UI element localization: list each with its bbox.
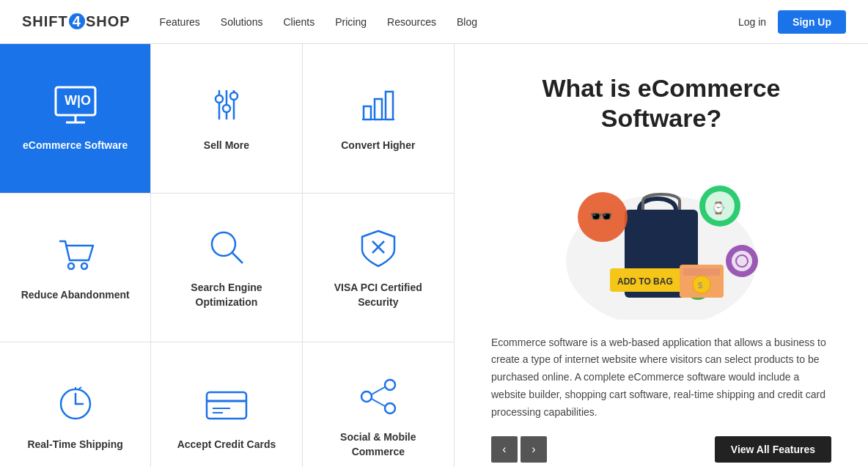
feature-label-ecommerce: eCommerce Software: [23, 139, 128, 153]
nav-blog[interactable]: Blog: [457, 16, 477, 28]
next-button[interactable]: ›: [521, 436, 547, 463]
svg-point-15: [81, 263, 87, 269]
feature-cell-social-mobile[interactable]: Social & Mobile Commerce: [303, 342, 454, 467]
main-content: W|O eCommerce Software Sell More: [0, 44, 868, 467]
right-panel: What is eCommerce Software? ADD TO BAG: [455, 44, 868, 467]
svg-point-29: [385, 380, 395, 390]
carousel-nav: ‹ ›: [491, 436, 547, 463]
signup-button[interactable]: Sign Up: [778, 10, 846, 34]
feature-grid: W|O eCommerce Software Sell More: [0, 44, 455, 467]
svg-rect-25: [207, 392, 246, 419]
feature-cell-sell-more[interactable]: Sell More: [151, 44, 302, 194]
nav-solutions[interactable]: Solutions: [221, 16, 263, 28]
svg-point-7: [216, 95, 223, 103]
svg-line-33: [372, 399, 385, 406]
logo-number: 4: [69, 13, 85, 29]
cart-icon: [54, 232, 98, 276]
svg-point-31: [361, 391, 372, 402]
view-all-features-button[interactable]: View All Features: [715, 436, 831, 463]
feature-cell-visa-pci[interactable]: VISA PCI Certified Security: [303, 194, 454, 343]
svg-text:🕶️: 🕶️: [589, 205, 614, 228]
feature-label-seo: Search Engine Optimization: [163, 281, 290, 309]
prev-button[interactable]: ‹: [491, 436, 518, 463]
nav-auth: Log in Sign Up: [738, 10, 846, 34]
feature-label-realtime-shipping: Real-Time Shipping: [27, 438, 122, 452]
svg-point-30: [385, 403, 395, 413]
panel-title: What is eCommerce Software?: [491, 73, 831, 133]
login-link[interactable]: Log in: [738, 16, 766, 28]
feature-label-social-mobile: Social & Mobile Commerce: [315, 430, 442, 459]
feature-cell-seo[interactable]: Search Engine Optimization: [151, 194, 302, 343]
svg-text:⌚: ⌚: [711, 201, 726, 215]
svg-point-9: [230, 92, 238, 100]
feature-label-sell-more: Sell More: [204, 139, 249, 153]
feature-cell-realtime-shipping[interactable]: Real-Time Shipping: [0, 342, 151, 467]
navbar: SHIFT4SHOP Features Solutions Clients Pr…: [0, 0, 868, 44]
svg-line-32: [372, 387, 385, 394]
feature-cell-convert-higher[interactable]: Convert Higher: [303, 44, 454, 194]
share-icon: [356, 375, 400, 419]
panel-footer: ‹ › View All Features: [491, 436, 831, 463]
feature-label-visa-pci: VISA PCI Certified Security: [315, 281, 442, 309]
svg-line-17: [232, 253, 243, 263]
svg-rect-10: [364, 106, 371, 119]
svg-point-14: [68, 263, 74, 269]
feature-label-convert-higher: Convert Higher: [341, 139, 415, 153]
feature-label-reduce-abandonment: Reduce Abandonment: [21, 288, 130, 303]
svg-line-24: [78, 387, 81, 389]
nav-clients[interactable]: Clients: [283, 16, 315, 28]
clock-icon: [54, 382, 98, 426]
feature-cell-accept-credit[interactable]: Accept Credit Cards: [151, 342, 302, 467]
svg-text:W|O: W|O: [65, 93, 91, 108]
svg-rect-11: [375, 99, 382, 119]
feature-cell-ecommerce[interactable]: W|O eCommerce Software: [0, 44, 151, 194]
nav-links: Features Solutions Clients Pricing Resou…: [160, 16, 738, 28]
nav-features[interactable]: Features: [160, 16, 200, 28]
nav-pricing[interactable]: Pricing: [335, 16, 367, 28]
svg-point-8: [223, 105, 230, 112]
feature-label-accept-credit: Accept Credit Cards: [177, 438, 276, 452]
svg-text:$: $: [698, 281, 702, 290]
svg-rect-12: [386, 92, 393, 119]
search-icon: [205, 225, 249, 269]
nav-resources[interactable]: Resources: [387, 16, 436, 28]
svg-text:ADD TO BAG: ADD TO BAG: [617, 276, 673, 287]
svg-rect-40: [683, 268, 720, 276]
panel-description: Ecommerce software is a web-based applic…: [491, 334, 831, 422]
creditcard-icon: [201, 382, 252, 426]
monitor-icon: W|O: [50, 83, 101, 127]
feature-cell-reduce-abandonment[interactable]: Reduce Abandonment: [0, 194, 151, 343]
svg-point-49: [732, 251, 752, 271]
svg-point-16: [212, 232, 235, 256]
logo[interactable]: SHIFT4SHOP: [22, 13, 130, 30]
shield-icon: [356, 225, 400, 269]
bars-icon: [356, 83, 400, 127]
ecommerce-illustration: ADD TO BAG $ 🕶️ ⌚: [491, 151, 831, 320]
sliders-icon: [205, 83, 249, 127]
